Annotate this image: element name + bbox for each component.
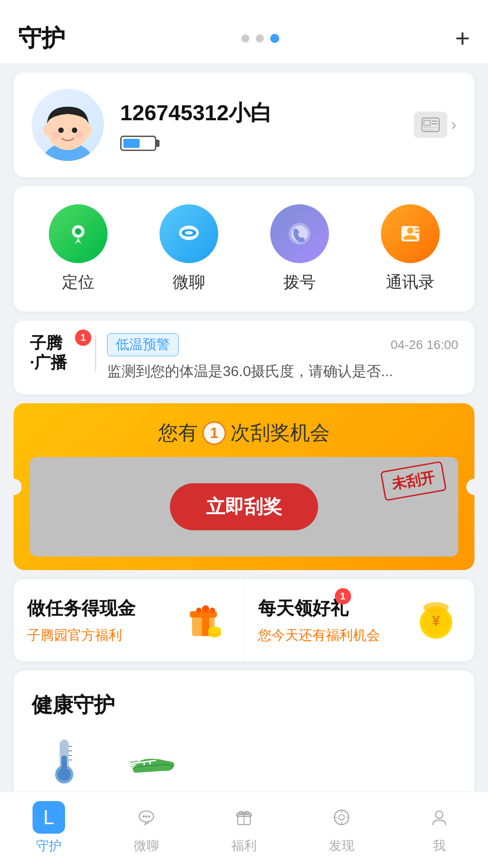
nav-welfare-label: 福利	[231, 837, 257, 854]
nav-welfare-icon	[228, 801, 260, 834]
svg-point-18	[185, 231, 193, 235]
scratch-area[interactable]: 立即刮奖 未刮开	[30, 457, 458, 557]
location-icon	[49, 204, 108, 263]
alert-header-row: 低温预警 04-26 16:00	[107, 333, 458, 356]
action-contacts[interactable]: 通讯录	[381, 204, 440, 293]
svg-point-37	[423, 602, 449, 613]
svg-point-4	[52, 131, 60, 138]
reward-daily[interactable]: 1 每天领好礼 您今天还有福利机会 ¥	[244, 579, 475, 661]
reward-task-sub: 子腾园官方福利	[27, 626, 136, 645]
reward-daily-text: 每天领好礼 您今天还有福利机会	[258, 596, 380, 645]
reward-task-title: 做任务得现金	[27, 596, 136, 621]
svg-point-65	[436, 811, 443, 818]
nav-me[interactable]: 我	[423, 801, 455, 854]
avatar	[32, 89, 104, 161]
reward-task-icon	[181, 595, 230, 645]
svg-point-22	[407, 227, 413, 234]
alert-brand-line2: ·广播	[30, 353, 67, 372]
alert-divider	[95, 335, 96, 371]
temp-icon	[35, 733, 94, 792]
svg-rect-23	[415, 228, 420, 230]
nav-guard-label: 守护	[36, 837, 61, 854]
dot-1	[241, 34, 249, 42]
scratch-button[interactable]: 立即刮奖	[170, 483, 318, 530]
dot-2	[256, 34, 264, 42]
svg-point-3	[72, 127, 77, 133]
quick-actions-card: 定位 微聊 拨号	[14, 186, 474, 311]
header-pagination	[241, 34, 279, 43]
dot-3-active	[270, 34, 279, 43]
svg-point-29	[196, 608, 202, 613]
nav-wechat[interactable]: 微聊	[130, 801, 163, 854]
reward-daily-title: 每天领好礼	[258, 596, 380, 621]
scratch-stamp: 未刮开	[380, 461, 446, 501]
svg-rect-9	[424, 120, 430, 126]
battery-fill	[123, 139, 140, 148]
alert-badge: 1	[75, 330, 91, 346]
scratch-title-prefix: 您有	[158, 420, 198, 446]
scratch-title-suffix: 次刮奖机会	[230, 420, 330, 446]
id-card-icon[interactable]	[414, 112, 447, 138]
svg-point-2	[58, 127, 64, 133]
nav-guard-icon: L	[33, 801, 65, 834]
scratch-title: 您有 1 次刮奖机会	[30, 420, 458, 446]
battery-icon	[120, 136, 156, 151]
bottom-nav: L 守护 微聊 福利	[0, 792, 488, 868]
alert-card[interactable]: 1 子腾 ·广播 低温预警 04-26 16:00 监测到您的体温是36.0摄氏…	[14, 321, 474, 394]
nav-me-icon	[423, 801, 455, 834]
contacts-icon	[381, 204, 440, 263]
alert-tag: 低温预警	[107, 333, 178, 356]
chat-label: 微聊	[173, 271, 205, 293]
svg-point-6	[43, 125, 51, 136]
reward-daily-icon: ¥	[411, 595, 461, 645]
nav-wechat-icon	[130, 801, 163, 834]
reward-task-text: 做任务得现金 子腾园官方福利	[27, 596, 136, 645]
scratch-card[interactable]: 您有 1 次刮奖机会 立即刮奖 未刮开	[14, 403, 474, 570]
alert-time: 04-26 16:00	[391, 338, 458, 352]
svg-point-60	[339, 815, 344, 820]
scratch-num: 1	[202, 421, 226, 445]
profile-info: 126745312小白	[120, 99, 414, 151]
action-location[interactable]: 定位	[49, 204, 108, 293]
nav-wechat-label: 微聊	[134, 837, 159, 854]
svg-line-49	[131, 761, 137, 762]
nav-welfare[interactable]: 福利	[228, 801, 260, 854]
nav-me-label: 我	[433, 837, 446, 854]
header-title: 守护	[18, 23, 65, 54]
reward-daily-sub: 您今天还有福利机会	[258, 626, 380, 645]
alert-brand-line1: 子腾	[30, 333, 62, 353]
profile-action[interactable]: ›	[414, 112, 456, 138]
action-dial[interactable]: 拨号	[270, 204, 329, 293]
battery-indicator	[120, 136, 414, 151]
dial-label: 拨号	[283, 271, 316, 293]
profile-name: 126745312小白	[120, 99, 414, 127]
location-label: 定位	[62, 271, 94, 293]
nav-discover-icon	[325, 801, 358, 834]
alert-text: 监测到您的体温是36.0摄氏度，请确认是否...	[107, 362, 458, 382]
nav-discover-label: 发现	[329, 837, 354, 854]
action-chat[interactable]: 微聊	[160, 204, 218, 293]
dial-icon	[270, 204, 329, 263]
health-section-title: 健康守护	[32, 691, 456, 719]
alert-brand: 1 子腾 ·广播	[30, 333, 84, 372]
svg-point-5	[76, 131, 83, 138]
svg-rect-27	[202, 609, 209, 636]
chevron-right-icon: ›	[451, 115, 456, 134]
steps-icon	[124, 733, 183, 792]
svg-text:¥: ¥	[432, 613, 440, 629]
add-button[interactable]: +	[455, 26, 470, 51]
svg-point-55	[148, 816, 150, 818]
svg-point-7	[85, 125, 92, 136]
profile-card: 126745312小白 ›	[14, 72, 474, 177]
svg-line-50	[131, 766, 136, 767]
svg-rect-24	[415, 231, 420, 233]
chat-icon	[160, 204, 218, 263]
svg-point-33	[208, 627, 221, 634]
daily-badge: 1	[335, 588, 351, 604]
reward-task[interactable]: 做任务得现金 子腾园官方福利	[14, 579, 244, 661]
alert-content: 低温预警 04-26 16:00 监测到您的体温是36.0摄氏度，请确认是否..…	[107, 333, 458, 382]
nav-guard[interactable]: L 守护	[33, 801, 65, 854]
svg-point-53	[143, 816, 145, 818]
nav-discover[interactable]: 发现	[325, 801, 358, 854]
header: 守护 +	[0, 0, 488, 63]
